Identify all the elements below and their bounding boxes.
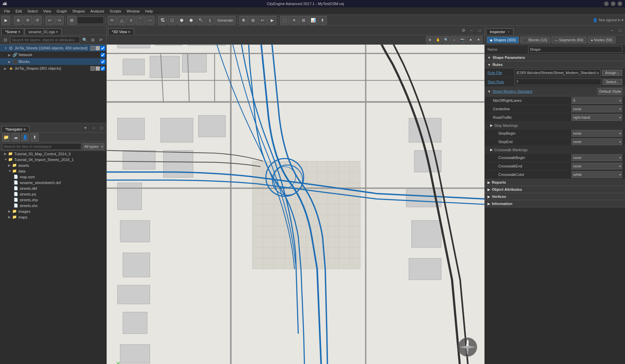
nav-tutorial04-item[interactable]: ▼ 📁 Tutorial_04_Import_Streets_2016_1 — [0, 157, 106, 162]
object-attributes-header[interactable]: ▶ Object Attributes — [485, 186, 625, 193]
toolbar-play-btn[interactable]: ▶ — [268, 16, 276, 25]
rules-header[interactable]: ▼ Rules — [485, 61, 625, 68]
nav-data-item[interactable]: ▼ 📁 data — [0, 168, 106, 174]
view-visibility-btn[interactable]: 👁 — [475, 36, 482, 44]
select-button[interactable]: Select... — [603, 79, 622, 85]
nav-minimize-btn[interactable]: – — [90, 124, 97, 131]
toolbar-polygon-btn[interactable]: △ — [117, 16, 126, 25]
reports-header[interactable]: ▶ Reports — [485, 179, 625, 186]
nav-streets-shx-item[interactable]: 📄 streets.shx — [0, 203, 106, 208]
shapes-expand-icon[interactable]: ▶ — [4, 67, 8, 70]
close-button[interactable]: × — [618, 1, 622, 6]
scene-settings-button[interactable]: ⊞ — [89, 37, 96, 43]
menu-select[interactable]: Select — [25, 8, 41, 14]
menu-window[interactable]: Window — [124, 8, 142, 14]
menu-file[interactable]: File — [1, 8, 13, 14]
toolbar-zoom-btn[interactable]: ⊞ — [67, 16, 76, 25]
menu-analysis[interactable]: Analysis — [88, 8, 107, 14]
blocks-tab[interactable]: ⬛ Blocks (13) — [520, 37, 550, 43]
view-settings-btn[interactable]: ⚙ — [460, 27, 467, 34]
toolbar-layers-btn[interactable]: ⊞ — [299, 16, 308, 25]
menu-graph[interactable]: Graph — [54, 8, 70, 14]
menu-shapes[interactable]: Shapes — [70, 8, 88, 14]
scene-search-input[interactable] — [10, 37, 80, 43]
nav-collapse-btn[interactable]: ▾ — [82, 124, 89, 131]
view-orbit-btn[interactable]: ⊕ — [426, 36, 434, 44]
centerline-select[interactable]: nonedashedsolid — [571, 106, 622, 112]
toolbar-search-input[interactable] — [77, 17, 104, 24]
nav-images-item[interactable]: ▶ 📁 images — [0, 208, 106, 214]
layer-jintai-streets[interactable]: ▼ ⊟ JinTai_Streets [16946 objects, 459 s… — [0, 45, 106, 51]
cga-tab[interactable]: sesame_01.cga × — [25, 28, 62, 35]
toolbar-ortho-btn[interactable]: ↩ — [258, 16, 267, 25]
toolbar-curve-btn[interactable]: ⌒ — [136, 16, 145, 25]
crosswalk-begin-select[interactable]: nonezebra — [571, 154, 622, 161]
blocks-expand-icon[interactable]: ▶ — [8, 60, 12, 64]
sms-label[interactable]: Street Modern Standard — [493, 89, 595, 93]
menu-help[interactable]: Help — [143, 8, 156, 14]
scene-share-button[interactable]: ⟳ — [98, 37, 104, 43]
toolbar-chart-btn[interactable]: 📊 — [309, 16, 317, 25]
toolbar-grid-btn[interactable]: ⊞ — [249, 16, 257, 25]
view-home-btn[interactable]: ⌂ — [451, 36, 458, 44]
shape-params-header[interactable]: ▼ Shape Parameters — [485, 54, 625, 61]
menu-scripts[interactable]: Scripts — [107, 8, 124, 14]
shapes-vis-icon[interactable] — [90, 66, 95, 71]
toolbar-street-btn[interactable]: 🏗 — [158, 16, 167, 25]
toolbar-export-btn[interactable]: ⬆ — [318, 16, 327, 25]
toolbar-redo-btn[interactable]: ↪ — [55, 16, 64, 25]
navigator-search-input[interactable] — [2, 143, 81, 150]
crosswalk-color-select[interactable]: whiteyellow — [571, 171, 622, 178]
nav-folder-btn[interactable]: 📁 — [2, 133, 10, 141]
nav-expand-icon[interactable]: ▶ — [4, 152, 8, 156]
rule-file-label[interactable]: Rule File — [487, 71, 515, 75]
view-pan-btn[interactable]: ✋ — [434, 36, 442, 44]
segments-tab[interactable]: — Segments (84) — [551, 37, 586, 43]
nav-data-expand-icon[interactable]: ▼ — [8, 169, 12, 173]
shapes-tab[interactable]: ◆ Shapes (303) — [487, 37, 519, 43]
navigator-type-filter[interactable]: All types CGA files Scene files — [83, 143, 104, 150]
toolbar-move-btn[interactable]: ✛ — [23, 16, 32, 25]
toolbar-draw-btn[interactable]: ✏ — [108, 16, 117, 25]
toolbar-gen-btn[interactable]: ⛏ — [196, 16, 205, 25]
blocks-checkbox[interactable] — [101, 60, 105, 64]
nbr-right-lanes-select[interactable]: 0123 — [571, 97, 622, 104]
crosswalk-end-select[interactable]: nonezebra — [571, 163, 622, 169]
layer-render-icon[interactable] — [96, 46, 100, 50]
view-maximize-btn[interactable]: □ — [476, 27, 483, 34]
nav-map-osm-item[interactable]: 📄 map.osm — [0, 174, 106, 180]
nav-assets-expand-icon[interactable]: ▶ — [8, 163, 12, 167]
inspector-close-icon[interactable]: × — [507, 30, 509, 34]
toolbar-node-btn[interactable]: ⬡ — [168, 16, 176, 25]
nav-tutorial04-expand-icon[interactable]: ▼ — [4, 158, 8, 161]
3d-view-canvas[interactable]: X Y N S — [107, 45, 484, 364]
expand-icon[interactable]: ▼ — [4, 46, 8, 50]
start-rule-input[interactable] — [515, 78, 601, 85]
assign-button[interactable]: Assign ↓ — [602, 70, 622, 76]
vertices-header[interactable]: ▶ Vertices — [485, 193, 625, 200]
view-camera-btn[interactable]: 📷 — [459, 36, 466, 44]
nav-assets-item[interactable]: ▶ 📁 assets — [0, 162, 106, 168]
scene-tab[interactable]: *Scene × — [1, 28, 24, 35]
stop-begin-select[interactable]: nonestop_line — [571, 130, 622, 137]
nav-tutorial03-item[interactable]: ▶ 📁 Tutorial_03_Map_Control_2014_0 — [0, 151, 106, 157]
network-expand-icon[interactable]: ▶ — [8, 53, 12, 57]
toolbar-rotate-btn[interactable]: ↺ — [33, 16, 42, 25]
layer-jintai-shapes[interactable]: ▶ ◆ JinTai_Shapes [901 objects] — [0, 65, 106, 72]
nav-streets-shp-item[interactable]: 📄 streets.shp — [0, 197, 106, 203]
shapes-checkbox[interactable] — [101, 66, 105, 71]
toolbar-line-btn[interactable]: ≡ — [127, 16, 136, 25]
toolbar-gen2-btn[interactable]: Generate — [215, 16, 235, 25]
scene-search-button[interactable]: 🔍 — [81, 37, 88, 43]
road-traffic-select[interactable]: right-handleft-hand — [571, 114, 622, 121]
view-3d-tab[interactable]: *3D View × — [108, 28, 134, 35]
view-minimize-btn[interactable]: – — [468, 27, 475, 34]
view-zoom-btn[interactable]: 🔍 — [442, 36, 450, 44]
street-modern-standard-header[interactable]: ▼ Street Modern Standard Default Style — [485, 87, 625, 96]
nav-maximize-btn[interactable]: □ — [98, 124, 105, 131]
toolbar-select-btn[interactable]: ⊕ — [14, 16, 23, 25]
stop-end-select[interactable]: nonestop_line — [571, 138, 622, 145]
view-bookmark-btn[interactable]: ★ — [467, 36, 474, 44]
nav-cloud2-btn[interactable]: ⬆ — [30, 133, 39, 141]
maximize-button[interactable]: □ — [611, 1, 616, 6]
